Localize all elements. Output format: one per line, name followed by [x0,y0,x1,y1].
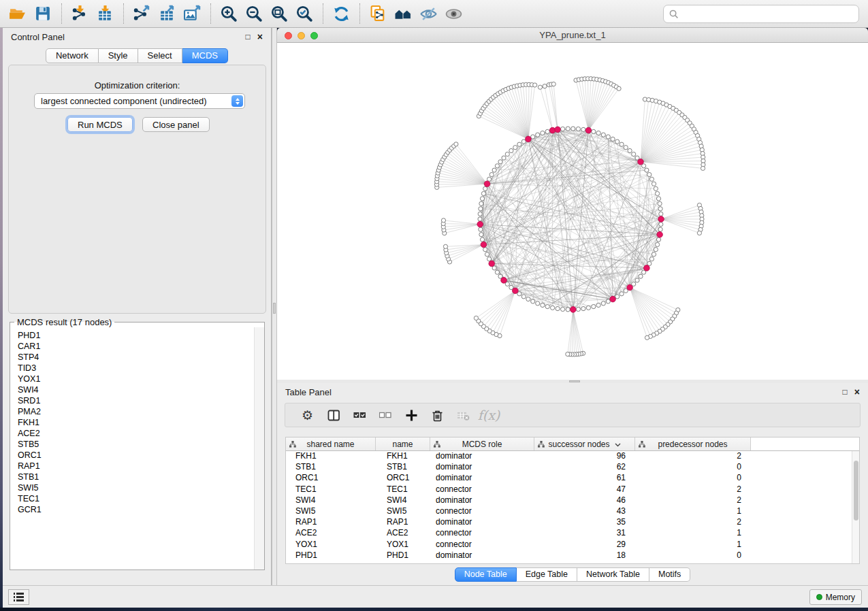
table-row[interactable]: SWI5SWI5connector431 [286,506,859,517]
mcds-hub-node[interactable] [657,231,663,237]
network-node[interactable] [659,212,663,216]
network-node[interactable] [620,142,624,146]
table-row[interactable]: FKH1FKH1dominator962 [286,451,859,462]
table-row[interactable]: ACE2ACE2connector311 [286,528,859,539]
table-row[interactable]: ORC1ORC1dominator610 [286,473,859,484]
tab-node-table[interactable]: Node Table [455,567,517,582]
mcds-result-item[interactable]: RAP1 [18,461,254,472]
mcds-hub-node[interactable] [513,288,519,294]
network-node[interactable] [656,197,660,201]
table-scrollbar[interactable] [852,451,859,563]
cell-succ[interactable]: 47 [534,484,635,495]
import-network-button[interactable] [67,3,93,24]
show-column-panel-button[interactable] [321,406,347,424]
network-node[interactable] [628,148,632,152]
network-node[interactable] [601,301,605,306]
network-node[interactable] [495,164,499,168]
mcds-result-item[interactable]: SRD1 [18,395,254,406]
column-header-MCDS-role[interactable]: MCDS role [430,437,534,450]
cell-shared[interactable]: SWI4 [286,495,376,506]
splitter-grip[interactable] [273,303,276,314]
zoom-out-button[interactable] [242,3,267,24]
table-row[interactable]: YOX1YOX1connector291 [286,540,859,550]
network-node[interactable] [478,217,482,221]
delete-columns-button[interactable] [424,406,450,424]
network-node[interactable] [624,146,628,150]
network-node[interactable] [531,135,535,139]
mcds-result-item[interactable]: STB5 [18,439,254,450]
cell-pred[interactable]: 2 [635,484,751,495]
network-node[interactable] [536,301,540,306]
mcds-hub-node[interactable] [526,136,532,142]
cell-pred[interactable]: 1 [635,506,751,517]
tab-select[interactable]: Select [138,48,182,63]
cell-pred[interactable]: 0 [635,550,751,561]
cell-pred[interactable]: 0 [635,473,751,484]
run-mcds-button[interactable]: Run MCDS [67,117,133,132]
network-node[interactable] [479,227,483,231]
network-node[interactable] [479,201,483,205]
network-node[interactable] [502,156,506,160]
tab-edge-table[interactable]: Edge Table [517,567,577,582]
table-row[interactable]: SWI4SWI4dominator462 [286,495,859,506]
network-node[interactable] [606,299,610,303]
network-node[interactable] [509,148,513,152]
cell-pred[interactable]: 2 [635,495,751,506]
cell-shared[interactable]: ORC1 [286,473,376,484]
table-row[interactable]: TEC1TEC1connector472 [286,484,859,495]
network-node[interactable] [441,218,445,222]
unselect-all-columns-button[interactable] [372,406,398,424]
mcds-result-item[interactable]: STB1 [18,472,254,482]
save-session-button[interactable] [31,3,56,24]
import-table-button[interactable] [93,3,118,24]
close-panel-icon[interactable]: × [854,387,860,397]
network-graph[interactable] [277,43,868,380]
mcds-list-scrollbar[interactable] [254,327,264,569]
show-all-button[interactable] [441,3,466,24]
network-node[interactable] [454,142,458,146]
network-node[interactable] [492,168,496,172]
network-node[interactable] [561,307,565,311]
column-header-predecessor-nodes[interactable]: predecessor nodes [635,437,751,450]
zoom-fit-button[interactable] [267,3,292,24]
float-panel-icon[interactable]: □ [843,388,848,396]
mcds-result-item[interactable]: GCR1 [18,504,254,515]
window-close-icon[interactable] [285,32,292,39]
cell-shared[interactable]: PHD1 [286,550,376,561]
cell-pred[interactable]: 2 [635,517,751,528]
network-node[interactable] [531,299,535,303]
cell-succ[interactable]: 43 [534,506,635,517]
zoom-in-button[interactable] [216,3,242,24]
network-node[interactable] [543,84,547,88]
table-row[interactable]: RAP1RAP1dominator352 [286,517,859,528]
network-node[interactable] [561,127,565,131]
vertical-splitter[interactable] [272,28,277,585]
mcds-hub-node[interactable] [489,261,495,267]
cell-name[interactable]: FKH1 [376,451,430,462]
search-input[interactable] [679,8,858,20]
mcds-result-item[interactable]: PHD1 [18,330,254,341]
cell-succ[interactable]: 62 [534,462,635,473]
network-node[interactable] [652,182,656,186]
network-node[interactable] [480,197,484,201]
mcds-result-item[interactable]: SWI5 [18,482,254,493]
network-node[interactable] [649,177,654,181]
cell-name[interactable]: SWI4 [376,495,430,506]
tab-network-table[interactable]: Network Table [577,567,649,582]
network-node[interactable] [635,278,639,282]
table-row[interactable]: PHD1PHD1dominator180 [286,550,859,561]
network-node[interactable] [478,212,482,216]
cell-succ[interactable]: 29 [534,540,635,550]
network-node[interactable] [654,186,658,191]
cell-role[interactable]: dominator [430,451,534,462]
network-node[interactable] [586,306,590,310]
network-node[interactable] [545,129,549,133]
mcds-result-item[interactable]: STP4 [18,352,254,363]
network-node[interactable] [658,227,662,231]
cell-succ[interactable]: 18 [534,550,635,561]
mcds-hub-node[interactable] [627,284,633,291]
network-node[interactable] [571,127,575,131]
mcds-result-item[interactable]: PMA2 [18,406,254,417]
tab-mcds[interactable]: MCDS [182,48,228,63]
network-node[interactable] [596,303,600,307]
